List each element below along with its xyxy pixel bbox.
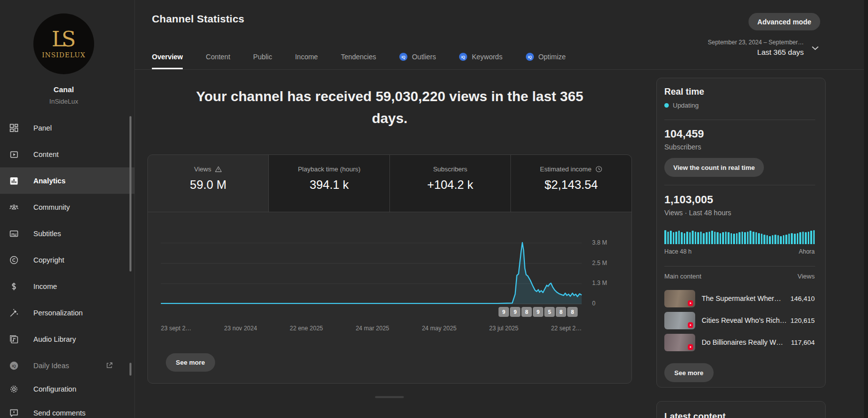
shorts-icon [687, 321, 694, 328]
tab-outliers[interactable]: iQOutliers [399, 52, 436, 69]
x-axis-tick: 24 mar 2025 [356, 325, 389, 332]
sidebar-item-personalization[interactable]: Personalization [0, 299, 134, 326]
stat-value: +104.2 k [390, 178, 510, 192]
tab-overview[interactable]: Overview [152, 52, 183, 69]
realtime-bar-chart [664, 229, 815, 244]
realtime-bar [780, 236, 782, 245]
stat-tab-playback-time-hours[interactable]: Playback time (hours)394.1 k [268, 155, 389, 212]
chart-annotation-badge[interactable]: 8 [556, 307, 566, 317]
tab-content[interactable]: Content [206, 52, 230, 69]
sidebar-item-audio-library[interactable]: Audio Library [0, 326, 134, 352]
income-icon [9, 281, 19, 291]
sidebar-item-configuration[interactable]: Configuration [0, 379, 134, 400]
realtime-bar [667, 232, 669, 245]
stat-tab-subscribers[interactable]: Subscribers+104.2 k [389, 155, 510, 212]
realtime-bar [681, 232, 683, 244]
community-icon [9, 202, 19, 212]
sidebar-item-content[interactable]: Content [0, 141, 134, 167]
divider [664, 266, 815, 267]
main-content-row[interactable]: Do Billionaires Really W…117,604 [664, 331, 815, 353]
svg-text:iQ: iQ [401, 55, 405, 59]
stat-label: Subscribers [433, 165, 468, 173]
sidebar-item-copyright[interactable]: Copyright [0, 247, 134, 273]
realtime-bar [808, 232, 810, 245]
main-content-col: Main content [664, 273, 701, 280]
main-content-row[interactable]: The Supermarket Wher…146,410 [664, 287, 815, 309]
chart-annotation-badge[interactable]: 8 [521, 307, 532, 317]
realtime-bar [763, 235, 765, 245]
sidebar-item-label: Income [33, 282, 57, 290]
realtime-bar [755, 232, 757, 244]
next-card-peek [375, 396, 404, 398]
sidebar-scrollbar-thumb-lower[interactable] [129, 363, 131, 376]
chart-annotation-badge[interactable]: 9 [498, 307, 509, 317]
chart-annotation-badge[interactable]: 8 [567, 307, 578, 317]
channel-handle: InSideLux [0, 98, 127, 105]
views-col: Views [798, 273, 815, 280]
views-chart-area: 3.8 M2.5 M1.3 M0 9989588 23 sept 2…23 no… [148, 212, 631, 384]
realtime-see-more-button[interactable]: See more [664, 363, 714, 382]
realtime-bar [742, 232, 744, 245]
realtime-bar [728, 232, 730, 244]
tab-income[interactable]: Income [295, 52, 318, 69]
realtime-bar [695, 232, 697, 245]
tab-keywords[interactable]: iQKeywords [459, 52, 502, 69]
sidebar-item-label: Analytics [33, 177, 65, 185]
sidebar-item-label: Audio Library [33, 335, 76, 343]
stat-value: $2,143.54 [511, 178, 631, 192]
realtime-bar [714, 232, 716, 245]
sidebar-item-label: Send comments [33, 409, 86, 417]
x-axis-tick: 23 sept 2… [161, 325, 191, 332]
video-views: 146,410 [790, 295, 815, 302]
tab-optimize[interactable]: iQOptimize [525, 52, 566, 69]
headline-text: Your channel has received 59,030,220 vie… [191, 86, 589, 130]
chevron-down-icon[interactable] [810, 42, 821, 53]
realtime-bar [794, 234, 796, 244]
sidebar-item-subtitles[interactable]: Subtitles [0, 220, 134, 247]
tab-label: Content [206, 53, 230, 61]
realtime-bar [769, 236, 771, 245]
tab-label: Tendencies [341, 53, 376, 61]
video-title: The Supermarket Wher… [702, 294, 786, 302]
tab-tendencies[interactable]: Tendencies [341, 52, 376, 69]
x-axis-tick: 23 nov 2024 [224, 325, 257, 332]
key-metrics-tabs: Views59.0 MPlayback time (hours)394.1 kS… [148, 155, 631, 212]
sidebar-item-analytics[interactable]: Analytics [0, 167, 134, 194]
realtime-bar [700, 232, 702, 245]
channel-avatar[interactable]: LS INSIDELUX [33, 13, 94, 74]
subtitles-icon [9, 229, 19, 239]
page-scrollbar[interactable] [864, 0, 868, 418]
chart-annotation-badge[interactable]: 9 [510, 307, 520, 317]
chart-annotation-badge[interactable]: 5 [544, 307, 555, 317]
stat-value: 59.0 M [148, 178, 268, 192]
page-title: Channel Statistics [152, 13, 245, 25]
stat-label: Estimated income [540, 165, 591, 173]
realtime-card: Real time Updating 104,459 Subscribers V… [656, 78, 826, 388]
realtime-bar [720, 233, 722, 245]
realtime-subscribers-label: Subscribers [664, 143, 701, 151]
stat-tab-views[interactable]: Views59.0 M [148, 155, 268, 212]
stat-tab-estimated-income[interactable]: Estimated income$2,143.54 [510, 155, 631, 212]
key-metrics-card: Views59.0 MPlayback time (hours)394.1 kS… [147, 154, 632, 384]
main-content-row[interactable]: Cities Reveal Who's Rich…120,615 [664, 309, 815, 331]
sidebar-item-send-comments[interactable]: Send comments [0, 400, 134, 418]
video-title: Cities Reveal Who's Rich… [702, 316, 786, 324]
tab-public[interactable]: Public [253, 52, 272, 69]
x-axis-tick: 22 ene 2025 [290, 325, 323, 332]
realtime-bar [692, 231, 694, 244]
sidebar-item-community[interactable]: Community [0, 194, 134, 220]
y-axis-tick: 0 [592, 300, 596, 307]
sidebar-item-income[interactable]: Income [0, 273, 134, 299]
view-count-realtime-button[interactable]: View the count in real time [664, 158, 764, 177]
sidebar-item-daily-ideas[interactable]: iQDaily Ideas [0, 352, 134, 379]
see-more-button[interactable]: See more [166, 353, 215, 372]
realtime-bar [686, 232, 688, 245]
advanced-mode-button[interactable]: Advanced mode [748, 13, 820, 30]
realtime-bar [813, 230, 815, 245]
iq-badge-icon: iQ [459, 52, 468, 61]
sidebar-item-panel[interactable]: Panel [0, 115, 134, 141]
stat-label-row: Estimated income [511, 165, 631, 173]
date-range-filter[interactable]: September 23, 2024 – September… Last 365… [708, 39, 821, 56]
sidebar-scrollbar-thumb[interactable] [129, 116, 131, 272]
chart-annotation-badge[interactable]: 9 [533, 307, 543, 317]
